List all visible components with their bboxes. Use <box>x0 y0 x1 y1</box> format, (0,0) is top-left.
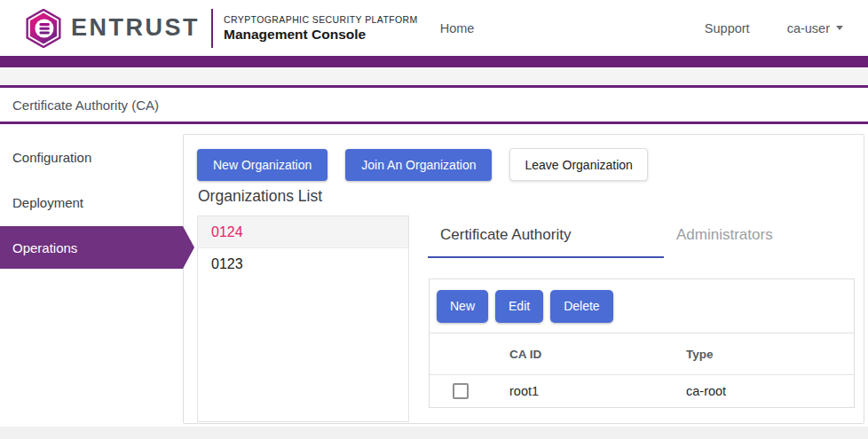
entrust-logo[interactable]: ENTRUST <box>24 9 200 48</box>
organization-actions-toolbar: New Organization Join An Organization Le… <box>197 148 648 181</box>
leave-organization-button[interactable]: Leave Organization <box>509 148 647 181</box>
tab-administrators[interactable]: Administrators <box>664 226 868 258</box>
org-list-item-0124[interactable]: 0124 <box>198 216 408 248</box>
user-menu-label: ca-user <box>787 21 830 35</box>
certificate-authority-panel: New Edit Delete CA ID Type root1 ca-root <box>429 278 855 408</box>
ca-new-button[interactable]: New <box>437 290 488 323</box>
sidebar-item-operations[interactable]: Operations <box>0 226 183 269</box>
header-right: Support ca-user <box>705 21 843 35</box>
content-area: Configuration Deployment Operations New … <box>0 124 868 439</box>
product-line: CRYPTOGRAPHIC SECURITY PLATFORM <box>224 14 418 25</box>
detail-tabs: Certificate Authority Administrators <box>428 226 868 258</box>
entrust-hexagon-icon <box>24 9 63 48</box>
brand-wordmark: ENTRUST <box>71 14 200 42</box>
join-organization-button[interactable]: Join An Organization <box>345 149 492 181</box>
user-menu[interactable]: ca-user <box>787 21 843 35</box>
ca-actions-toolbar: New Edit Delete <box>430 279 854 333</box>
sidebar-item-configuration[interactable]: Configuration <box>0 136 183 178</box>
row-checkbox-cell <box>430 383 509 399</box>
support-link[interactable]: Support <box>705 21 750 35</box>
breadcrumb: Certificate Authority (CA) <box>0 88 868 122</box>
org-list-item-0123[interactable]: 0123 <box>198 248 408 280</box>
nav-home-link[interactable]: Home <box>440 21 475 35</box>
cell-ca-id: root1 <box>509 384 686 398</box>
page-title: Certificate Authority (CA) <box>12 98 159 113</box>
header-divider <box>211 9 213 48</box>
ca-delete-button[interactable]: Delete <box>550 290 612 323</box>
cell-type: ca-root <box>686 384 854 398</box>
product-title-block: CRYPTOGRAPHIC SECURITY PLATFORM Manageme… <box>224 14 418 43</box>
footer-strip <box>0 427 868 439</box>
row-checkbox[interactable] <box>453 383 469 399</box>
tab-certificate-authority[interactable]: Certificate Authority <box>428 226 664 258</box>
new-organization-button[interactable]: New Organization <box>197 149 327 181</box>
ca-edit-button[interactable]: Edit <box>495 290 543 323</box>
purple-accent-bar <box>0 56 868 67</box>
chevron-down-icon <box>836 26 843 30</box>
product-name: Management Console <box>224 27 418 43</box>
gray-strip <box>0 67 868 85</box>
app-header: ENTRUST CRYPTOGRAPHIC SECURITY PLATFORM … <box>0 0 868 56</box>
organizations-list: 0124 0123 <box>197 216 409 422</box>
column-header-ca-id: CA ID <box>509 348 686 361</box>
column-header-type: Type <box>686 348 854 361</box>
ca-table-header: CA ID Type <box>430 333 854 375</box>
management-console-app: ENTRUST CRYPTOGRAPHIC SECURITY PLATFORM … <box>0 0 868 439</box>
table-row: root1 ca-root <box>430 375 854 407</box>
organizations-list-title: Organizations List <box>198 187 322 206</box>
operations-card: New Organization Join An Organization Le… <box>183 134 864 424</box>
sidebar-item-deployment[interactable]: Deployment <box>0 181 183 223</box>
